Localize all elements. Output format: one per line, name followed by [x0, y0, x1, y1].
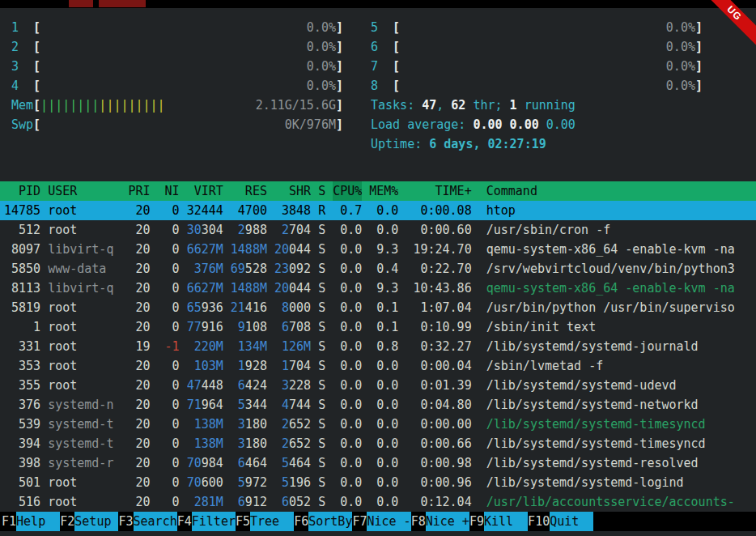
- pri-cell: 20: [128, 415, 150, 434]
- res-cell: 9108: [231, 317, 267, 337]
- table-row[interactable]: 501 root 20 0 70600 5972 5196 S 0.0 0.0 …: [0, 473, 756, 492]
- cpu-meter-2: 2[0.0%]: [11, 37, 343, 57]
- function-button[interactable]: F7 Nice -: [352, 512, 410, 531]
- column-header-cpu[interactable]: CPU%: [333, 181, 362, 201]
- meter-bracket: ]: [336, 96, 343, 115]
- cpu-cell: 0.0: [333, 376, 362, 395]
- function-label: Quit: [550, 512, 593, 531]
- cpu-meter-value: 0.0%: [307, 76, 336, 96]
- state-cell: S: [318, 259, 325, 279]
- state-cell: S: [318, 434, 325, 453]
- table-row[interactable]: 5850 www-data 20 0 376M 69528 23092 S 0.…: [0, 259, 756, 279]
- table-row[interactable]: 8097 libvirt-q 20 0 6627M 1488M 20044 S …: [0, 240, 756, 259]
- column-header-pri[interactable]: PRI: [128, 181, 150, 201]
- column-header-shr[interactable]: SHR: [274, 181, 311, 201]
- user-cell: root: [48, 492, 121, 512]
- function-button[interactable]: F4 Filter: [177, 512, 236, 531]
- shr-cell: 20044: [274, 240, 311, 259]
- pri-cell: 20: [128, 279, 150, 298]
- meter-bracket: ]: [695, 37, 703, 57]
- column-header-time[interactable]: TIME+: [406, 181, 471, 201]
- state-cell: R: [318, 201, 325, 220]
- column-header-res[interactable]: RES: [231, 181, 267, 201]
- virt-cell: 138M: [187, 415, 223, 434]
- user-cell: root: [48, 201, 121, 220]
- ni-cell: 0: [158, 259, 180, 279]
- meter-bracket: [: [393, 57, 400, 76]
- time-cell: 0:12.04: [406, 492, 471, 512]
- meter-bracket: [: [393, 37, 400, 57]
- meter-bracket: [: [33, 76, 40, 96]
- function-button[interactable]: F6 SortBy: [294, 512, 352, 531]
- user-cell: root: [48, 220, 121, 240]
- function-button[interactable]: F8 Nice +: [411, 512, 469, 531]
- function-button[interactable]: F5 Tree: [236, 512, 294, 531]
- function-label: Tree: [250, 512, 294, 531]
- command-cell: /lib/systemd/systemd-timesyncd: [486, 415, 756, 434]
- shr-cell: 2652: [274, 434, 311, 453]
- meter-bracket: ]: [695, 76, 703, 96]
- memory-meter-label: Mem: [11, 96, 33, 115]
- table-row[interactable]: 5819 root 20 0 65936 21416 8000 S 0.0 0.…: [0, 298, 756, 317]
- cpu-meter-5: 5[0.0%]: [371, 18, 703, 37]
- cpu-cell: 0.0: [333, 337, 362, 356]
- column-header-user[interactable]: USER: [48, 181, 121, 201]
- shr-cell: 23092: [274, 259, 311, 279]
- state-cell: S: [318, 356, 325, 376]
- column-header-pid[interactable]: PID: [4, 181, 40, 201]
- time-cell: 0:00.00: [406, 415, 471, 434]
- table-row[interactable]: 1 root 20 0 77916 9108 6708 S 0.0 0.1 0:…: [0, 317, 756, 337]
- pid-cell: 512: [4, 220, 40, 240]
- table-row[interactable]: 516 root 20 0 281M 6912 6052 S 0.0 0.0 0…: [0, 492, 756, 512]
- function-button[interactable]: F9 Kill: [469, 512, 528, 531]
- time-cell: 0:00.66: [406, 434, 471, 453]
- table-row[interactable]: 353 root 20 0 103M 1928 1704 S 0.0 0.0 0…: [0, 356, 756, 376]
- function-key: F3: [118, 512, 133, 531]
- table-row[interactable]: 539 systemd-t 20 0 138M 3180 2652 S 0.0 …: [0, 415, 756, 434]
- uptime-label: Uptime:: [371, 134, 429, 154]
- user-cell: root: [48, 376, 121, 395]
- screen: { "colors": { "bg": "#212426", "fg": "#d…: [0, 0, 756, 536]
- column-header-virt[interactable]: VIRT: [187, 181, 223, 201]
- table-row[interactable]: 8113 libvirt-q 20 0 6627M 1488M 20044 S …: [0, 279, 756, 298]
- function-button[interactable]: F10 Quit: [528, 512, 593, 531]
- table-row[interactable]: 355 root 20 0 47448 6424 3228 S 0.0 0.0 …: [0, 376, 756, 395]
- shr-cell: 3228: [274, 376, 311, 395]
- cpu-meter-label: 1: [11, 18, 33, 37]
- column-header-command[interactable]: Command: [486, 181, 756, 201]
- command-cell: /sbin/init text: [486, 317, 756, 337]
- pri-cell: 20: [128, 298, 150, 317]
- table-row[interactable]: 331 root 19 -1 220M 134M 126M S 0.0 0.8 …: [0, 337, 756, 356]
- table-row[interactable]: 376 systemd-n 20 0 71964 5344 4744 S 0.0…: [0, 395, 756, 415]
- meter-bracket: ]: [336, 37, 343, 57]
- command-cell: /lib/systemd/systemd-timesyncd: [486, 434, 756, 453]
- user-cell: root: [48, 317, 121, 337]
- function-label: Kill: [484, 512, 528, 531]
- function-button[interactable]: F3 Search: [118, 512, 176, 531]
- swap-meter-bar: [40, 115, 285, 134]
- shr-cell: 2652: [274, 415, 311, 434]
- user-cell: systemd-n: [48, 395, 121, 415]
- column-header-ni[interactable]: NI: [158, 181, 180, 201]
- htop-terminal: 1[0.0%] 2[0.0%] 3[0.0%] 4[0.0%] Mem[||||…: [0, 8, 756, 531]
- pid-cell: 5850: [4, 259, 40, 279]
- table-row[interactable]: 394 systemd-t 20 0 138M 3180 2652 S 0.0 …: [0, 434, 756, 453]
- function-button[interactable]: F1 Help: [2, 512, 60, 531]
- res-cell: 6912: [231, 492, 267, 512]
- shr-cell: 126M: [274, 337, 311, 356]
- cpu-meter-value: 0.0%: [666, 76, 695, 96]
- function-label: Search: [134, 512, 177, 531]
- table-row[interactable]: 512 root 20 0 30304 2988 2704 S 0.0 0.0 …: [0, 220, 756, 240]
- function-button[interactable]: F2 Setup: [60, 512, 118, 531]
- column-header-mem[interactable]: MEM%: [369, 181, 398, 201]
- res-cell: 5972: [231, 473, 267, 492]
- meter-bar: [40, 57, 307, 76]
- column-header-state[interactable]: S: [318, 181, 325, 201]
- time-cell: 0:32.27: [406, 337, 471, 356]
- res-cell: 1488M: [231, 240, 267, 259]
- virt-cell: 103M: [187, 356, 223, 376]
- function-key: F4: [177, 512, 192, 531]
- table-row[interactable]: 398 systemd-r 20 0 70984 6464 5464 S 0.0…: [0, 453, 756, 473]
- pri-cell: 20: [128, 492, 150, 512]
- table-row[interactable]: 14785 root 20 0 32444 4700 3848 R 0.7 0.…: [0, 201, 756, 220]
